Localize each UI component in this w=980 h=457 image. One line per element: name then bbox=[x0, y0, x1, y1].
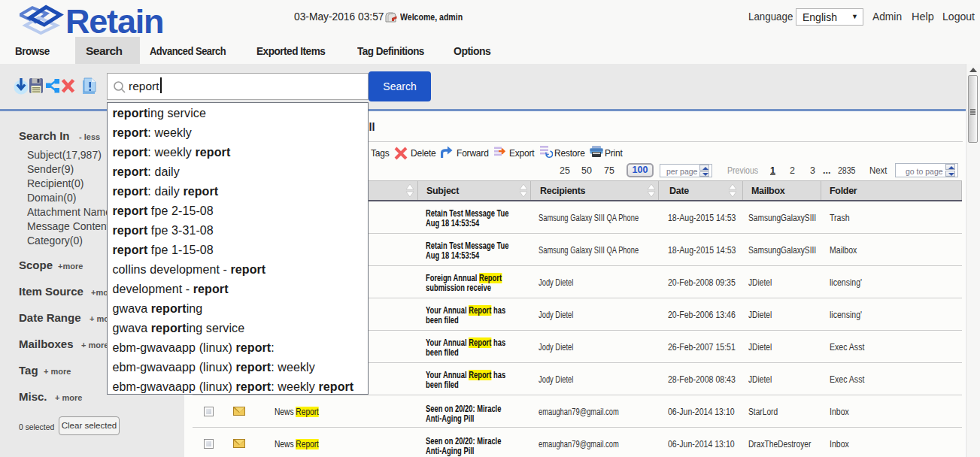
svg-text:Retain: Retain bbox=[65, 3, 163, 38]
